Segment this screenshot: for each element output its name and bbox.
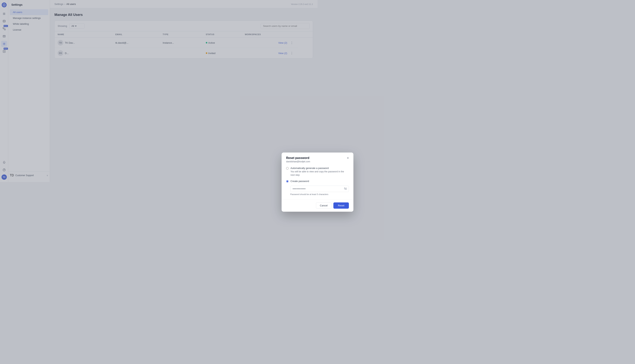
create-password-option: Create password: [286, 180, 318, 182]
auto-generate-option: Automatically generate a password You wi…: [286, 167, 318, 177]
modal-subtitle: davidshaw@tooljet.com: [286, 160, 310, 163]
auto-generate-radio[interactable]: [286, 167, 288, 170]
modal-overlay[interactable]: Reset password davidshaw@tooljet.com × A…: [0, 0, 318, 182]
modal-header: Reset password davidshaw@tooljet.com ×: [282, 152, 318, 163]
modal-body: Automatically generate a password You wi…: [282, 163, 318, 182]
create-password-label: Create password: [290, 180, 309, 182]
create-password-radio[interactable]: [286, 180, 288, 182]
auto-generate-label: Automatically generate a password: [290, 167, 318, 170]
auto-generate-desc: You will be able to view and copy the pa…: [290, 170, 318, 177]
modal-title: Reset password: [286, 156, 310, 160]
reset-password-modal: Reset password davidshaw@tooljet.com × A…: [282, 152, 318, 182]
